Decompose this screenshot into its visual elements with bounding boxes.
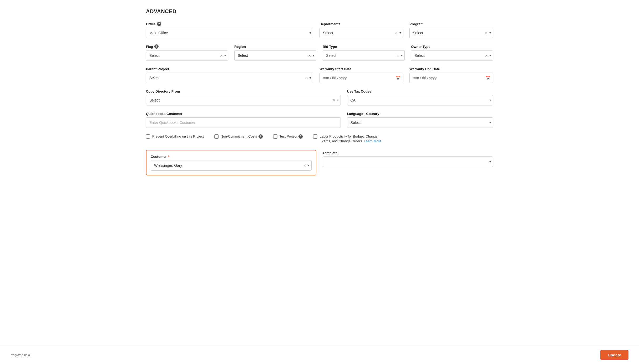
- warranty-start-date-input[interactable]: [320, 73, 403, 83]
- flag-select-wrapper: Select ✕ ▾: [146, 50, 228, 61]
- customer-section: Customer * Wiessinger, Gary ✕ ▾: [146, 150, 316, 175]
- customer-label: Customer *: [151, 155, 312, 159]
- owner-type-select-wrapper: Select ✕ ▾: [411, 50, 493, 61]
- advanced-form: Office ? Main Office ▾ Departments: [146, 22, 493, 175]
- parent-project-select-wrapper: Select ✕ ▾: [146, 73, 313, 83]
- warranty-end-label: Warranty End Date: [409, 67, 493, 71]
- language-country-group: Language - Country Select ▾: [347, 112, 493, 128]
- copy-directory-label: Copy Directory From: [146, 89, 341, 93]
- owner-type-select[interactable]: Select: [411, 50, 493, 61]
- program-group: Program Select ✕ ▾: [409, 22, 493, 38]
- owner-type-clear-icon[interactable]: ✕: [485, 54, 488, 58]
- departments-select-wrapper: Select ✕ ▾: [320, 28, 403, 38]
- template-select[interactable]: [323, 156, 493, 167]
- template-label: Template: [323, 151, 493, 155]
- prevent-overbilling-checkbox[interactable]: [146, 134, 150, 139]
- use-tax-codes-group: Use Tax Codes CA ▾: [347, 89, 493, 105]
- bid-type-group: Bid Type Select ✕ ▾: [323, 45, 405, 61]
- customer-select[interactable]: Wiessinger, Gary: [151, 160, 312, 171]
- learn-more-link[interactable]: Learn More: [364, 139, 381, 143]
- row-flag-region-bid-owner: Flag ? Select ✕ ▾ Region: [146, 44, 493, 61]
- customer-select-wrapper: Wiessinger, Gary ✕ ▾: [151, 160, 312, 171]
- row-customer-template: Customer * Wiessinger, Gary ✕ ▾: [146, 150, 493, 175]
- copy-directory-select-wrapper: Select ✕ ▾: [146, 95, 341, 105]
- departments-select[interactable]: Select: [320, 28, 403, 38]
- departments-group: Departments Select ✕ ▾: [320, 22, 403, 38]
- flag-select[interactable]: Select: [146, 50, 228, 61]
- warranty-start-label: Warranty Start Date: [320, 67, 403, 71]
- page-title: ADVANCED: [146, 8, 493, 14]
- parent-project-clear-icon[interactable]: ✕: [305, 76, 308, 80]
- non-commitment-costs-item: Non-Commitment Costs ?: [214, 134, 263, 139]
- region-select-wrapper: Select ✕ ▾: [234, 50, 316, 61]
- language-country-select-wrapper: Select ▾: [347, 117, 493, 128]
- checkboxes-row: Prevent Overbilling on this Project Non-…: [146, 134, 493, 144]
- labor-productivity-item: Labor Productivity for Budget, Change Ev…: [313, 134, 382, 144]
- template-select-wrapper: ▾: [323, 156, 493, 167]
- office-group: Office ? Main Office ▾: [146, 22, 313, 38]
- labor-productivity-checkbox[interactable]: [313, 134, 317, 139]
- program-clear-icon[interactable]: ✕: [485, 31, 488, 35]
- region-group: Region Select ✕ ▾: [234, 45, 316, 61]
- customer-clear-icon[interactable]: ✕: [303, 164, 306, 168]
- test-project-label: Test Project ?: [280, 134, 303, 139]
- departments-label: Departments: [320, 22, 403, 26]
- program-label: Program: [409, 22, 493, 26]
- office-select[interactable]: Main Office: [146, 28, 313, 38]
- test-project-item: Test Project ?: [273, 134, 303, 139]
- prevent-overbilling-item: Prevent Overbilling on this Project: [146, 134, 204, 139]
- customer-required-star: *: [168, 155, 169, 159]
- warranty-end-date-input[interactable]: [409, 73, 493, 83]
- copy-directory-select[interactable]: Select: [146, 95, 341, 105]
- row-copy-dir-tax: Copy Directory From Select ✕ ▾ Use Tax C…: [146, 89, 493, 105]
- bid-type-select-wrapper: Select ✕ ▾: [323, 50, 405, 61]
- copy-directory-clear-icon[interactable]: ✕: [333, 98, 336, 102]
- use-tax-codes-select[interactable]: CA: [347, 95, 493, 105]
- quickbooks-customer-label: Quickbooks Customer: [146, 112, 341, 116]
- non-commitment-costs-label: Non-Commitment Costs ?: [221, 134, 263, 139]
- test-project-checkbox[interactable]: [273, 134, 277, 139]
- non-commitment-costs-checkbox[interactable]: [214, 134, 219, 139]
- non-commitment-costs-help-icon[interactable]: ?: [258, 134, 263, 139]
- row-office-dept-program: Office ? Main Office ▾ Departments: [146, 22, 493, 38]
- owner-type-group: Owner Type Select ✕ ▾: [411, 45, 493, 61]
- template-group: Template ▾: [323, 150, 493, 167]
- row-quickbooks-language: Quickbooks Customer Language - Country S…: [146, 112, 493, 128]
- customer-group: Customer * Wiessinger, Gary ✕ ▾: [151, 155, 312, 171]
- office-help-icon[interactable]: ?: [157, 22, 161, 26]
- prevent-overbilling-label: Prevent Overbilling on this Project: [152, 134, 204, 139]
- bid-type-select[interactable]: Select: [323, 50, 405, 61]
- use-tax-codes-select-wrapper: CA ▾: [347, 95, 493, 105]
- parent-project-select[interactable]: Select: [146, 73, 313, 83]
- flag-label: Flag ?: [146, 44, 228, 49]
- departments-clear-icon[interactable]: ✕: [395, 31, 398, 35]
- customer-section-outer: Customer * Wiessinger, Gary ✕ ▾: [146, 150, 316, 175]
- bid-type-clear-icon[interactable]: ✕: [397, 54, 399, 58]
- owner-type-label: Owner Type: [411, 45, 493, 49]
- copy-directory-group: Copy Directory From Select ✕ ▾: [146, 89, 341, 105]
- program-select-wrapper: Select ✕ ▾: [409, 28, 493, 38]
- quickbooks-customer-input[interactable]: [146, 117, 341, 128]
- office-select-wrapper: Main Office ▾: [146, 28, 313, 38]
- language-country-label: Language - Country: [347, 112, 493, 116]
- warranty-start-date-wrapper: 📅: [320, 73, 403, 83]
- region-clear-icon[interactable]: ✕: [308, 54, 311, 58]
- warranty-start-group: Warranty Start Date 📅: [320, 67, 403, 83]
- flag-clear-icon[interactable]: ✕: [220, 54, 223, 58]
- office-label: Office ?: [146, 22, 313, 26]
- flag-help-icon[interactable]: ?: [154, 44, 159, 49]
- quickbooks-customer-group: Quickbooks Customer: [146, 112, 341, 128]
- region-select[interactable]: Select: [234, 50, 316, 61]
- flag-group: Flag ? Select ✕ ▾: [146, 44, 228, 61]
- labor-productivity-label: Labor Productivity for Budget, Change Ev…: [320, 134, 382, 144]
- warranty-end-group: Warranty End Date 📅: [409, 67, 493, 83]
- row-parent-warranty: Parent Project Select ✕ ▾ Warranty Start…: [146, 67, 493, 83]
- bid-type-label: Bid Type: [323, 45, 405, 49]
- language-country-select[interactable]: Select: [347, 117, 493, 128]
- parent-project-group: Parent Project Select ✕ ▾: [146, 67, 313, 83]
- test-project-help-icon[interactable]: ?: [298, 134, 303, 139]
- region-label: Region: [234, 45, 316, 49]
- warranty-end-date-wrapper: 📅: [409, 73, 493, 83]
- use-tax-codes-label: Use Tax Codes: [347, 89, 493, 93]
- program-select[interactable]: Select: [409, 28, 493, 38]
